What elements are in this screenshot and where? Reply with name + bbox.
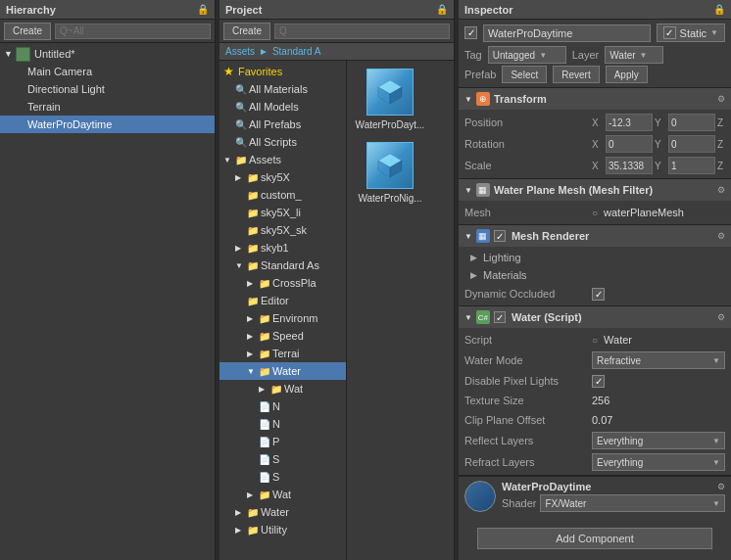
- hierarchy-lock-icon[interactable]: 🔒: [197, 4, 209, 15]
- mesh-renderer-active-checkbox[interactable]: ✓: [494, 230, 506, 242]
- tree-wat2[interactable]: ▶ 📁 Wat: [219, 486, 346, 503]
- tree-n2[interactable]: 📄 N: [219, 415, 346, 433]
- assets-root[interactable]: 📁 Assets: [219, 151, 346, 168]
- water2-expand-icon: ▶: [235, 508, 247, 517]
- tree-water-selected[interactable]: ▼ 📁 Water: [219, 362, 346, 380]
- tree-cross[interactable]: ▶ 📁 CrossPla: [219, 274, 346, 292]
- water-script-icon: C#: [476, 310, 490, 324]
- water-mode-row: Water Mode Refractive: [464, 350, 725, 371]
- scale-y-field: Y: [655, 157, 715, 174]
- tree-environ[interactable]: ▶ 📁 Environm: [219, 309, 346, 327]
- tree-terrai[interactable]: ▶ 📁 Terrai: [219, 345, 346, 362]
- mesh-filter-header[interactable]: ▼ ▦ Water Plane Mesh (Mesh Filter) ⚙: [459, 179, 731, 201]
- tree-utility[interactable]: ▶ 📁 Utility: [219, 521, 346, 538]
- static-dropdown[interactable]: ✓ Static ▼: [657, 23, 725, 42]
- tree-sky5x-sk[interactable]: 📁 sky5X_sk: [219, 221, 346, 239]
- asset-waterPro-daytime[interactable]: WaterProDayt...: [351, 65, 429, 134]
- tree-s2[interactable]: 📄 S: [219, 468, 346, 486]
- object-active-checkbox[interactable]: ✓: [464, 26, 477, 39]
- refract-layers-dropdown[interactable]: Everything: [592, 453, 725, 471]
- water-expand-icon: ▼: [247, 367, 259, 376]
- texture-size-value: 256: [592, 395, 725, 406]
- water-mode-dropdown[interactable]: Refractive: [592, 351, 725, 369]
- inspector-lock-icon[interactable]: 🔒: [713, 4, 725, 15]
- favorites-all-models[interactable]: 🔍 All Models: [219, 98, 346, 116]
- hierarchy-create-button[interactable]: Create: [4, 23, 51, 40]
- material-info: WaterProDaytime ⚙ Shader FX/Water: [502, 481, 725, 512]
- favorites-all-materials[interactable]: 🔍 All Materials: [219, 80, 346, 98]
- prefab-apply-button[interactable]: Apply: [606, 66, 648, 83]
- lighting-item[interactable]: ▶ Lighting: [464, 249, 725, 266]
- tree-p[interactable]: 📄 P: [219, 433, 346, 450]
- tree-skyb1[interactable]: ▶ 📁 skyb1: [219, 239, 346, 257]
- material-shader-row: Shader FX/Water: [502, 494, 725, 512]
- hierarchy-scene-item[interactable]: ▼ Untitled*: [0, 45, 215, 63]
- skyb1-expand-icon: ▶: [235, 244, 247, 253]
- transform-expand-icon: ▼: [464, 95, 472, 104]
- rotation-label: Rotation: [464, 138, 592, 150]
- tag-dropdown[interactable]: Untagged: [488, 46, 566, 64]
- scale-y-input[interactable]: [668, 157, 715, 174]
- rot-y-input[interactable]: [668, 135, 715, 153]
- asset-cube-icon-night: [366, 142, 414, 189]
- add-component-button[interactable]: Add Component: [477, 528, 712, 549]
- materials-item[interactable]: ▶ Materials: [464, 266, 725, 284]
- water-script-settings-icon[interactable]: ⚙: [717, 312, 725, 322]
- object-name-input[interactable]: [483, 24, 651, 42]
- pos-y-input[interactable]: [668, 114, 715, 131]
- layer-dropdown[interactable]: Water: [605, 46, 663, 64]
- tree-sky5x[interactable]: ▶ 📁 sky5X: [219, 168, 346, 186]
- hierarchy-item-terrain[interactable]: Terrain: [0, 98, 215, 116]
- asset-cube-icon-daytime: [366, 69, 414, 116]
- disable-pixel-checkbox[interactable]: ✓: [592, 375, 605, 388]
- tree-speed[interactable]: ▶ 📁 Speed: [219, 327, 346, 345]
- reflect-layers-row: Reflect Layers Everything: [464, 430, 725, 451]
- favorites-all-scripts[interactable]: 🔍 All Scripts: [219, 133, 346, 151]
- breadcrumb-assets[interactable]: Assets: [225, 46, 255, 57]
- scale-z-label: Z: [717, 161, 729, 171]
- tree-custom[interactable]: 📁 custom_: [219, 186, 346, 204]
- lighting-arrow-icon: ▶: [470, 253, 477, 262]
- hierarchy-item-main-camera[interactable]: Main Camera: [0, 63, 215, 80]
- prefab-revert-button[interactable]: Revert: [553, 66, 599, 83]
- hierarchy-search-input[interactable]: [55, 23, 211, 39]
- hierarchy-panel: Hierarchy 🔒 Create ▼ Untitled* Main Came…: [0, 0, 216, 560]
- tree-n1[interactable]: 📄 N: [219, 397, 346, 415]
- material-settings-icon[interactable]: ⚙: [717, 482, 725, 491]
- transform-settings-icon[interactable]: ⚙: [717, 94, 725, 104]
- mesh-renderer-settings-icon[interactable]: ⚙: [717, 231, 725, 241]
- scale-x-input[interactable]: [606, 157, 653, 174]
- asset-waterPro-night[interactable]: WaterProNig...: [351, 138, 429, 208]
- project-create-button[interactable]: Create: [223, 23, 270, 40]
- refract-layers-value: Everything: [597, 457, 643, 468]
- material-tools: ⚙: [717, 482, 725, 491]
- rot-x-input[interactable]: [606, 135, 653, 153]
- tree-editor[interactable]: 📁 Editor: [219, 292, 346, 309]
- tree-wat-child[interactable]: ▶ 📁 Wat: [219, 380, 346, 397]
- tree-water2[interactable]: ▶ 📁 Water: [219, 503, 346, 521]
- tree-standard-assets[interactable]: ▼ 📁 Standard As: [219, 257, 346, 274]
- hierarchy-item-waterPro[interactable]: WaterProDaytime: [0, 116, 215, 133]
- project-search-input[interactable]: [274, 23, 450, 39]
- favorites-all-prefabs[interactable]: 🔍 All Prefabs: [219, 116, 346, 133]
- rot-y-field: Y: [655, 135, 715, 153]
- pos-x-input[interactable]: [606, 114, 653, 131]
- project-lock-icon[interactable]: 🔒: [436, 4, 448, 15]
- water-script-active-checkbox[interactable]: ✓: [494, 311, 506, 323]
- breadcrumb-standard-a[interactable]: Standard A: [272, 46, 320, 57]
- search-icon-scripts: 🔍: [235, 137, 247, 148]
- shader-dropdown[interactable]: FX/Water: [540, 494, 725, 512]
- prefab-select-button[interactable]: Select: [502, 66, 547, 83]
- texture-size-text: 256: [592, 395, 609, 406]
- reflect-layers-dropdown[interactable]: Everything: [592, 432, 725, 449]
- dynamic-occluded-checkbox[interactable]: ✓: [592, 288, 605, 301]
- mesh-renderer-header[interactable]: ▼ ▦ ✓ Mesh Renderer ⚙: [459, 225, 731, 247]
- mesh-filter-settings-icon[interactable]: ⚙: [717, 185, 725, 195]
- prefab-label: Prefab: [464, 69, 496, 80]
- transform-header[interactable]: ▼ ⊕ Transform ⚙: [459, 88, 731, 110]
- tree-sky5x-li[interactable]: 📁 sky5X_li: [219, 204, 346, 221]
- tree-s1[interactable]: 📄 S: [219, 450, 346, 468]
- static-checkbox[interactable]: ✓: [663, 26, 676, 39]
- hierarchy-item-directional-light[interactable]: Directional Light: [0, 80, 215, 98]
- water-script-header[interactable]: ▼ C# ✓ Water (Script) ⚙: [459, 306, 731, 328]
